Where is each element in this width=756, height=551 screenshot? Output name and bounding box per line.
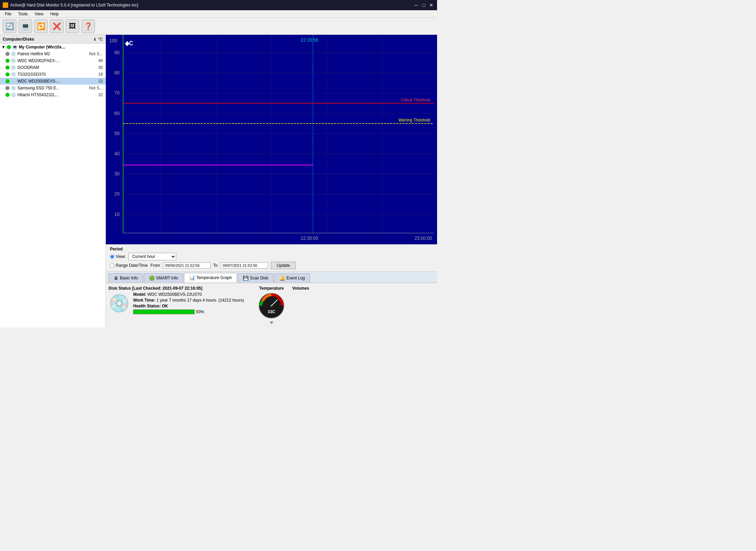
svg-text:60: 60 bbox=[114, 110, 120, 116]
range-radio-label[interactable]: Range Date/Time bbox=[110, 263, 148, 268]
scan-disk-tab-icon: 💾 bbox=[243, 275, 249, 281]
update-button[interactable]: Update bbox=[271, 262, 296, 269]
sidebar: Computer/Disks 🌡 °C ▼ 💻 My Computer (Win… bbox=[0, 35, 106, 328]
sidebar-item-wdc2002[interactable]: 💿 WDC WD2002FAEX-... 49 bbox=[0, 57, 106, 64]
sidebar-item-patriot[interactable]: 💿 Patriot Hellfire M2 Not S... bbox=[0, 50, 106, 57]
goodram-label: GOODRAM bbox=[17, 65, 39, 70]
computer-label: My Computer (Win10x... bbox=[19, 45, 65, 49]
health-line: Health Status: OK bbox=[133, 304, 244, 308]
event-log-tab-label: Event Log bbox=[286, 276, 305, 280]
maximize-button[interactable]: □ bbox=[421, 2, 427, 8]
minimize-button[interactable]: ─ bbox=[413, 2, 419, 8]
wdc2002-status-dot bbox=[5, 59, 10, 63]
tab-basic-info[interactable]: 🖥 Basic Info bbox=[109, 273, 143, 282]
add-computer-button[interactable]: 💻 bbox=[18, 19, 32, 33]
svg-text:10: 10 bbox=[114, 211, 120, 217]
health-label: Health Status: bbox=[133, 304, 161, 308]
goodram-temp: 30 bbox=[98, 65, 103, 70]
model-label: Model: bbox=[133, 292, 146, 297]
from-label: From bbox=[151, 263, 160, 268]
screenshot-button[interactable]: 🖼 bbox=[66, 19, 79, 33]
rescan-button[interactable]: 🔁 bbox=[34, 19, 48, 33]
range-radio[interactable] bbox=[110, 263, 114, 268]
tabs-bar: 🖥 Basic Info 🟢 SMART Info 📊 Temperature … bbox=[106, 271, 437, 282]
to-label: To bbox=[213, 263, 218, 268]
patriot-status-dot bbox=[5, 52, 10, 56]
menu-view[interactable]: View bbox=[32, 11, 46, 17]
volumes-title: Volumes bbox=[292, 286, 434, 291]
computer-icon: 💻 bbox=[12, 45, 17, 49]
close-button[interactable]: ✕ bbox=[428, 2, 434, 8]
worktime-label: Work Time: bbox=[133, 298, 155, 303]
title-bar: 🔶 Active@ Hard Disk Monitor 5.0.4 [regis… bbox=[0, 0, 437, 10]
range-label: Range Date/Time bbox=[116, 263, 148, 268]
wdc2500-disk-icon: 💿 bbox=[11, 79, 16, 84]
info-panel: Disk Status [Last Checked: 2021-09-07 22… bbox=[106, 282, 437, 328]
patriot-temp: Not S... bbox=[89, 52, 103, 56]
worktime-value: 1 year 7 months 17 days 4 hours. (14212 … bbox=[156, 298, 244, 303]
toolbar: 🔄 💻 🔁 ❌ 🖼 ❓ bbox=[0, 18, 437, 35]
refresh-button[interactable]: 🔄 bbox=[3, 19, 16, 33]
svg-point-39 bbox=[270, 305, 272, 307]
expand-arrow-icon: ▼ bbox=[1, 45, 5, 49]
volumes-section: Volumes bbox=[292, 286, 434, 325]
sidebar-item-samsung[interactable]: 💿 Samsung SSD 750 E... Not S... bbox=[0, 85, 106, 91]
range-row: Range Date/Time From To Update bbox=[110, 262, 433, 269]
sidebar-item-goodram[interactable]: 💿 GOODRAM 30 bbox=[0, 64, 106, 71]
temperature-section: Temperature bbox=[256, 286, 287, 325]
ts32-status-dot bbox=[5, 72, 10, 76]
remove-button[interactable]: ❌ bbox=[50, 19, 64, 33]
smart-info-tab-icon: 🟢 bbox=[149, 275, 155, 281]
event-log-tab-icon: 🔔 bbox=[279, 275, 285, 281]
tab-temperature-graph[interactable]: 📊 Temperature Graph bbox=[184, 273, 237, 282]
ts32-temp: 18 bbox=[98, 72, 103, 77]
view-radio[interactable] bbox=[110, 255, 114, 259]
menu-file[interactable]: File bbox=[2, 11, 14, 17]
sidebar-item-ts32[interactable]: 💿 TS32GSSD370 18 bbox=[0, 71, 106, 78]
menu-tools[interactable]: Tools bbox=[15, 11, 30, 17]
model-value: WDC WD2500BEVS-22UST0 bbox=[148, 292, 202, 297]
sidebar-item-hitachi[interactable]: 💿 Hitachi HTS543232L... 32 bbox=[0, 91, 106, 98]
sidebar-item-wdc2500[interactable]: 💿 WDC WD2500BEVS-... 33 bbox=[0, 78, 106, 85]
view-row: View: Current hour Current day Current w… bbox=[110, 253, 433, 260]
temp-unit-label: °C bbox=[98, 37, 103, 42]
period-select[interactable]: Current hour Current day Current week Cu… bbox=[128, 253, 176, 260]
svg-text:80: 80 bbox=[114, 70, 120, 76]
svg-text:90: 90 bbox=[114, 49, 120, 55]
big-disk-icon: 💿 bbox=[109, 293, 130, 313]
wdc2002-label: WDC WD2002FAEX-... bbox=[17, 58, 59, 63]
hitachi-disk-icon: 💿 bbox=[11, 92, 16, 97]
hitachi-temp: 32 bbox=[98, 92, 103, 97]
svg-text:40: 40 bbox=[114, 151, 120, 157]
tab-smart-info[interactable]: 🟢 SMART Info bbox=[144, 273, 183, 282]
goodram-disk-icon: 💿 bbox=[11, 65, 16, 70]
view-radio-label[interactable]: View: bbox=[110, 254, 126, 259]
samsung-label: Samsung SSD 750 E... bbox=[17, 86, 59, 90]
tab-event-log[interactable]: 🔔 Event Log bbox=[274, 273, 310, 282]
period-title: Period bbox=[110, 247, 433, 251]
period-bar: Period View: Current hour Current day Cu… bbox=[106, 244, 437, 271]
wdc2500-label: WDC WD2500BEVS-... bbox=[17, 79, 60, 84]
svg-text:70: 70 bbox=[114, 90, 120, 96]
patriot-label: Patriot Hellfire M2 bbox=[17, 52, 50, 56]
temp-icon: 🌡 bbox=[93, 37, 97, 42]
sidebar-title: Computer/Disks bbox=[3, 37, 34, 42]
help-button[interactable]: ❓ bbox=[81, 19, 95, 33]
svg-text:100: 100 bbox=[109, 38, 117, 43]
wdc2500-status-dot bbox=[5, 79, 10, 83]
tab-scan-disk[interactable]: 💾 Scan Disk bbox=[238, 273, 274, 282]
to-date-input[interactable] bbox=[220, 262, 268, 269]
temperature-section-title: Temperature bbox=[259, 286, 284, 291]
scan-disk-tab-label: Scan Disk bbox=[250, 276, 268, 280]
health-value: OK bbox=[162, 304, 168, 308]
sidebar-header-right: 🌡 °C bbox=[93, 37, 103, 42]
svg-text:50: 50 bbox=[114, 130, 120, 136]
app-icon: 🔶 bbox=[3, 2, 8, 8]
temperature-graph-tab-label: Temperature Graph bbox=[196, 275, 232, 280]
menu-help[interactable]: Help bbox=[47, 11, 61, 17]
goodram-status-dot bbox=[5, 66, 10, 70]
from-date-input[interactable] bbox=[163, 262, 211, 269]
ts32-label: TS32GSSD370 bbox=[17, 72, 46, 77]
wdc2002-disk-icon: 💿 bbox=[11, 58, 16, 63]
sidebar-item-mycomputer[interactable]: ▼ 💻 My Computer (Win10x... bbox=[0, 44, 106, 50]
